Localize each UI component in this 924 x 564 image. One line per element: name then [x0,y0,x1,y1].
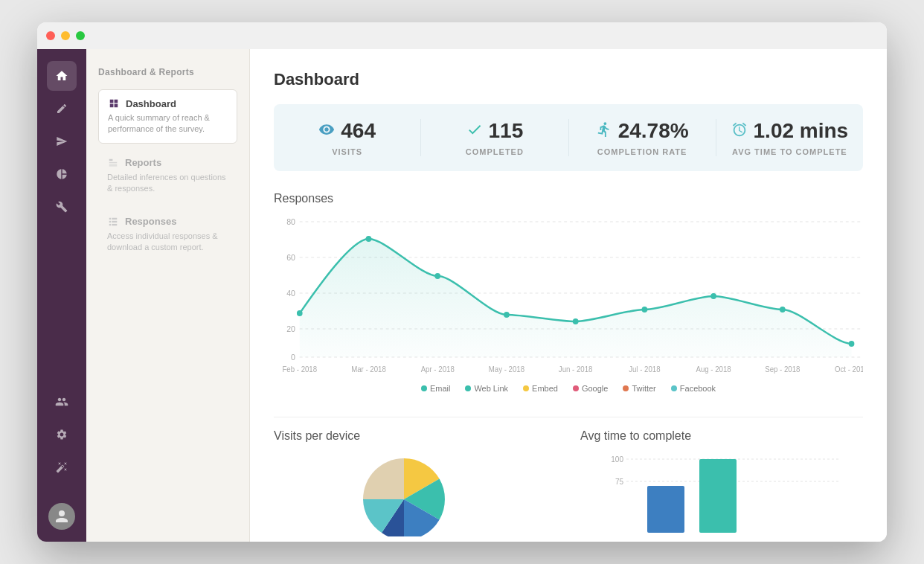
svg-rect-10 [112,217,117,219]
responses-label: Responses [125,216,176,227]
svg-point-34 [297,310,303,316]
completion-rate-label: COMPLETION RATE [597,147,687,156]
titlebar [37,22,887,49]
sidebar: Dashboard & Reports Dashboard A quick su… [86,49,250,542]
completed-label: COMPLETED [466,147,524,156]
svg-text:100: 100 [611,455,623,464]
svg-rect-2 [115,100,118,103]
svg-text:Mar - 2018: Mar - 2018 [351,365,386,374]
legend-facebook: Facebook [671,384,716,393]
svg-rect-4 [115,104,118,108]
completion-rate-value: 24.78% [618,119,689,143]
nav-home[interactable] [47,61,77,91]
svg-rect-5 [109,159,113,161]
svg-text:Sep - 2018: Sep - 2018 [765,365,801,374]
reports-label: Reports [125,157,161,168]
svg-point-42 [849,341,855,347]
visits-per-device-section: Visits per device [274,429,556,529]
svg-text:40: 40 [286,289,295,298]
reports-desc: Detailed inferences on questions & respo… [107,172,228,195]
sidebar-item-reports[interactable]: Reports Detailed inferences on questions… [98,150,237,202]
svg-rect-6 [109,162,118,163]
svg-rect-12 [112,220,117,222]
svg-rect-8 [109,165,118,166]
avg-time-section: Avg time to complete 100 75 [580,429,863,529]
svg-point-38 [573,318,579,324]
dashboard-label: Dashboard [126,98,176,109]
svg-rect-13 [109,223,111,225]
nav-send[interactable] [47,126,77,156]
svg-text:Jun - 2018: Jun - 2018 [559,365,593,374]
svg-rect-7 [109,164,118,164]
bottom-sections: Visits per device [274,429,863,529]
svg-text:Oct - 2018: Oct - 2018 [835,365,863,374]
svg-point-0 [59,510,65,516]
svg-text:May - 2018: May - 2018 [489,365,525,374]
visits-icon [318,121,335,141]
donut-chart [274,455,556,529]
app-window: Dashboard & Reports Dashboard A quick su… [37,22,887,542]
svg-text:75: 75 [615,478,624,486]
chart-legend: Email Web Link Embed Google [274,384,863,393]
legend-weblink: Web Link [465,384,508,393]
stat-completed: 115 COMPLETED [421,119,568,156]
avg-time-icon [731,121,748,141]
visits-label: VISITS [332,147,362,156]
dashboard-desc: A quick summary of reach & performance o… [108,112,228,135]
reports-icon [107,157,119,169]
nav-edit[interactable] [47,94,77,124]
nav-users[interactable] [47,387,77,417]
responses-desc: Access individual responses & download a… [107,231,228,254]
avg-time-title: Avg time to complete [580,429,863,443]
svg-point-37 [504,312,510,318]
responses-chart-section: Responses 80 60 40 20 [274,192,863,393]
visits-value: 464 [341,119,376,143]
minimize-button[interactable] [61,31,70,40]
svg-point-39 [642,307,648,313]
svg-text:0: 0 [291,353,295,362]
close-button[interactable] [46,31,55,40]
svg-rect-14 [112,223,117,225]
svg-text:60: 60 [286,253,295,262]
svg-text:80: 80 [286,217,295,226]
svg-point-40 [710,293,716,299]
visits-per-device-title: Visits per device [274,429,556,443]
svg-text:Feb - 2018: Feb - 2018 [282,365,317,374]
stats-bar: 464 VISITS 115 COMPLETED [274,104,863,171]
legend-email: Email [421,384,451,393]
stat-completion-rate: 24.78% COMPLETION RATE [569,119,716,156]
legend-twitter: Twitter [623,384,655,393]
nav-pie[interactable] [47,159,77,189]
maximize-button[interactable] [76,31,85,40]
svg-point-35 [366,236,372,242]
stat-visits: 464 VISITS [274,119,421,156]
main-content: Dashboard 464 VISITS [250,49,887,542]
svg-text:Apr - 2018: Apr - 2018 [421,365,455,374]
sidebar-item-dashboard[interactable]: Dashboard A quick summary of reach & per… [98,89,237,144]
nav-settings[interactable] [47,420,77,449]
svg-rect-48 [699,459,737,533]
bar-chart: 100 75 [580,455,863,529]
page-title: Dashboard [274,70,863,89]
svg-rect-47 [647,486,684,533]
sidebar-item-responses[interactable]: Responses Access individual responses & … [98,208,237,261]
completion-rate-icon [596,121,612,141]
legend-google: Google [573,384,608,393]
responses-chart: 80 60 40 20 0 Feb - 2018 Mar - 2018 Apr … [274,214,863,378]
completed-value: 115 [489,119,524,143]
svg-point-41 [780,307,786,313]
left-nav [37,49,86,542]
dashboard-icon [108,97,120,109]
svg-rect-1 [110,100,114,103]
nav-magic[interactable] [47,452,77,482]
svg-text:Jul - 2018: Jul - 2018 [629,365,661,374]
stat-avg-time: 1.02 mins AVG TIME TO COMPLETE [716,119,863,156]
completed-icon [466,121,483,141]
nav-tools[interactable] [47,192,77,222]
user-avatar[interactable] [48,503,75,530]
responses-icon [107,216,119,228]
svg-rect-11 [109,220,111,222]
avg-time-value: 1.02 mins [754,119,849,143]
svg-text:20: 20 [286,324,295,333]
legend-embed: Embed [523,384,558,393]
